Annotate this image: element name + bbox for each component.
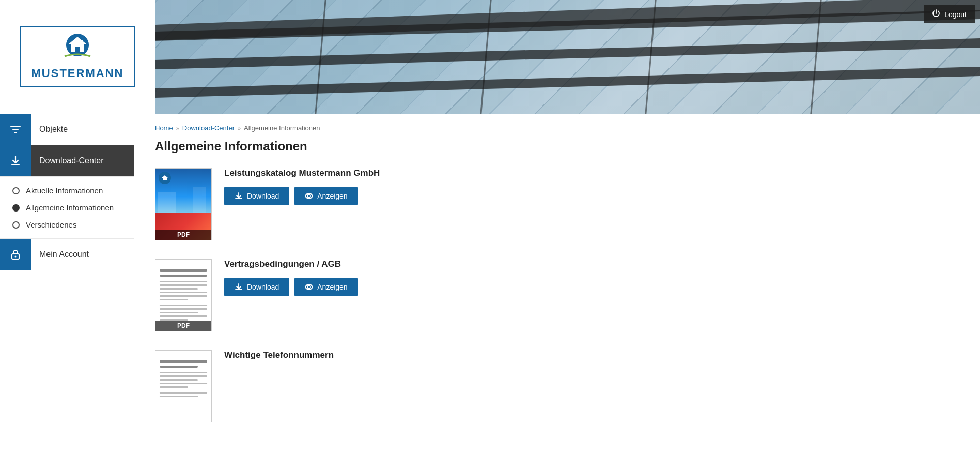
download-nav-icon — [9, 155, 22, 167]
header: MUSTERMANN Logout — [0, 0, 980, 114]
lock-icon — [10, 249, 21, 260]
view-icon-2 — [305, 283, 313, 291]
doc-actions-agb: Download Anzeigen — [224, 278, 959, 296]
logo-box: MUSTERMANN — [0, 0, 155, 114]
breadcrumb-home[interactable]: Home — [155, 124, 173, 132]
download-label-2: Download — [247, 283, 279, 291]
svg-rect-3 — [80, 40, 83, 44]
svg-point-6 — [15, 256, 17, 258]
sidebar-sub-verschiedenes[interactable]: Verschiedenes — [0, 216, 134, 233]
main-layout: Objekte Download-Center Aktuelle Informa… — [0, 114, 980, 451]
doc-thumbnail-telefonnummern — [155, 350, 212, 422]
doc-thumbnail-leistungskatalog: PDF — [155, 168, 212, 240]
svg-rect-8 — [163, 178, 167, 180]
download-icon-2 — [235, 283, 243, 291]
download-icon-1 — [235, 192, 243, 200]
svg-point-9 — [307, 194, 310, 198]
breadcrumb-sep-2: » — [238, 125, 241, 131]
agb-thumbnail-content — [160, 269, 207, 322]
sidebar-label-objekte: Objekte — [31, 125, 76, 134]
view-button-leistungskatalog[interactable]: Anzeigen — [294, 187, 357, 205]
sidebar-icon-download-center — [0, 145, 31, 176]
sidebar-sub-allgemeine[interactable]: Allgemeine Informationen — [0, 199, 134, 216]
breadcrumb-sep-1: » — [176, 125, 179, 131]
sidebar-icon-objekte — [0, 114, 31, 145]
power-icon — [932, 9, 940, 19]
document-item-telefonnummern: Wichtige Telefonnummern — [155, 350, 959, 422]
sidebar-icon-mein-account — [0, 239, 31, 270]
breadcrumb: Home » Download-Center » Allgemeine Info… — [155, 124, 959, 132]
logout-label: Logout — [944, 10, 967, 19]
doc-title-telefonnummern: Wichtige Telefonnummern — [224, 350, 959, 360]
bullet-allgemeine — [12, 204, 20, 212]
view-label-2: Anzeigen — [317, 283, 347, 291]
catalog-top-bg — [155, 169, 211, 215]
view-button-agb[interactable]: Anzeigen — [294, 278, 357, 296]
doc-info-agb: Vertragsbedingungen / AGB Download An — [224, 259, 959, 296]
view-icon-1 — [305, 192, 313, 200]
view-label-1: Anzeigen — [317, 192, 347, 200]
main-content: Home » Download-Center » Allgemeine Info… — [134, 114, 980, 451]
sidebar-item-mein-account[interactable]: Mein Account — [0, 239, 134, 270]
svg-rect-4 — [75, 47, 80, 52]
doc-info-telefonnummern: Wichtige Telefonnummern — [224, 350, 959, 369]
doc-title-agb: Vertragsbedingungen / AGB — [224, 259, 959, 269]
logout-button[interactable]: Logout — [924, 5, 975, 23]
doc-info-leistungskatalog: Leistungskatalog Mustermann GmbH Downloa… — [224, 168, 959, 205]
catalog-logo-circle — [159, 172, 171, 184]
sub-label-verschiedenes: Verschiedenes — [26, 220, 76, 229]
sidebar-label-mein-account: Mein Account — [31, 250, 97, 259]
doc-thumbnail-agb: PDF — [155, 259, 212, 331]
download-button-agb[interactable]: Download — [224, 278, 289, 296]
sidebar-sub-items: Aktuelle Informationen Allgemeine Inform… — [0, 177, 134, 239]
document-item-agb: PDF Vertragsbedingungen / AGB Download — [155, 259, 959, 331]
doc2-pdf-badge: PDF — [155, 321, 211, 331]
sidebar-label-download-center: Download-Center — [31, 156, 112, 165]
catalog-building-shape2 — [193, 187, 206, 215]
page-title: Allgemeine Informationen — [155, 139, 959, 154]
svg-marker-7 — [162, 175, 168, 178]
mustermann-logo-icon — [54, 34, 101, 65]
sidebar-item-objekte[interactable]: Objekte — [0, 114, 134, 145]
bullet-verschiedenes — [12, 221, 20, 229]
doc1-pdf-badge: PDF — [155, 230, 211, 240]
svg-point-10 — [307, 285, 310, 289]
filter-icon — [9, 123, 22, 135]
breadcrumb-download-center[interactable]: Download-Center — [182, 124, 235, 132]
download-button-leistungskatalog[interactable]: Download — [224, 187, 289, 205]
document-item-leistungskatalog: PDF Leistungskatalog Mustermann GmbH Dow… — [155, 168, 959, 240]
sub-label-allgemeine: Allgemeine Informationen — [26, 203, 114, 212]
sidebar: Objekte Download-Center Aktuelle Informa… — [0, 114, 134, 451]
sidebar-item-download-center[interactable]: Download-Center — [0, 145, 134, 177]
logo-inner: MUSTERMANN — [20, 26, 135, 87]
download-label-1: Download — [247, 192, 279, 200]
catalog-logo-icon — [161, 175, 168, 181]
breadcrumb-current: Allgemeine Informationen — [244, 124, 320, 132]
sub-label-aktuelle: Aktuelle Informationen — [26, 186, 103, 195]
sidebar-sub-aktuelle[interactable]: Aktuelle Informationen — [0, 182, 134, 199]
bullet-aktuelle — [12, 187, 20, 194]
doc-actions-leistungskatalog: Download Anzeigen — [224, 187, 959, 205]
header-background — [155, 0, 980, 114]
catalog-building-shape — [158, 192, 176, 215]
catalog-thumbnail-inner: PDF — [155, 169, 211, 240]
telefon-thumbnail-content — [160, 360, 207, 399]
logo-text: MUSTERMANN — [32, 67, 124, 80]
doc-title-leistungskatalog: Leistungskatalog Mustermann GmbH — [224, 168, 959, 178]
